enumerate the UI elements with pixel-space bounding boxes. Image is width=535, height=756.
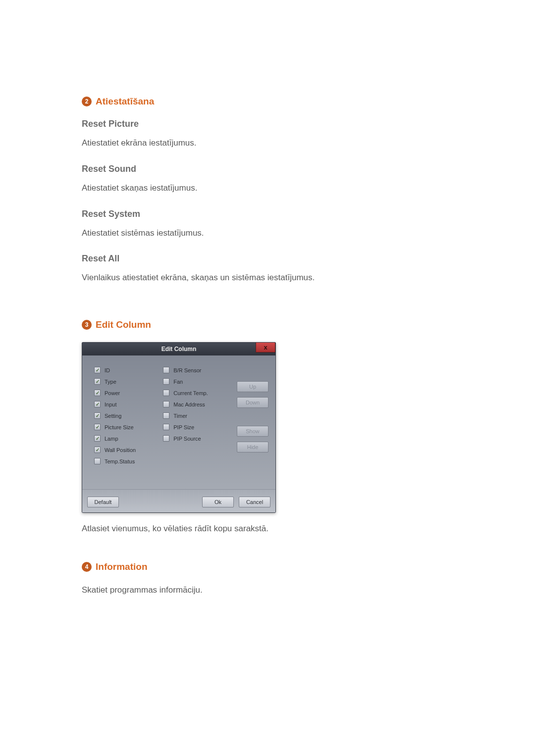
- reset-system-heading: Reset System: [82, 209, 468, 219]
- checkbox-icon[interactable]: [94, 412, 101, 419]
- section-4-title: Information: [96, 561, 148, 572]
- section-2-title: Atiestatīšana: [96, 96, 154, 107]
- check-type[interactable]: Type: [94, 376, 158, 387]
- down-button[interactable]: Down: [237, 397, 268, 408]
- checkbox-icon[interactable]: [163, 412, 169, 419]
- dialog-title: Edit Column: [161, 346, 197, 353]
- checkbox-icon[interactable]: [94, 390, 101, 396]
- reset-system-text: Atiestatiet sistēmas iestatījumus.: [82, 227, 468, 239]
- check-label: B/R Sensor: [173, 367, 201, 373]
- edit-column-caption: Atlasiet vienumus, ko vēlaties rādīt kop…: [82, 523, 468, 535]
- reset-picture-text: Atiestatiet ekrāna iestatījumus.: [82, 137, 468, 149]
- show-button[interactable]: Show: [237, 426, 268, 437]
- badge-2-icon: 2: [82, 97, 92, 106]
- up-button[interactable]: Up: [237, 381, 268, 392]
- checkbox-icon[interactable]: [94, 367, 101, 373]
- check-label: Setting: [105, 413, 121, 419]
- check-label: Power: [105, 390, 120, 396]
- check-label: Mac Address: [173, 402, 205, 407]
- check-setting[interactable]: Setting: [94, 410, 158, 421]
- check-label: Fan: [173, 379, 183, 385]
- check-label: Temp.Status: [105, 458, 135, 464]
- reset-sound-heading: Reset Sound: [82, 164, 468, 174]
- check-current-temp[interactable]: Current Temp.: [163, 387, 227, 399]
- reset-picture-heading: Reset Picture: [82, 119, 468, 129]
- checkbox-icon[interactable]: [163, 378, 169, 385]
- reset-all-text: Vienlaikus atiestatiet ekrāna, skaņas un…: [82, 272, 468, 284]
- checkbox-icon[interactable]: [94, 378, 101, 385]
- checkbox-icon[interactable]: [163, 401, 169, 407]
- close-button[interactable]: x: [256, 343, 275, 353]
- checkbox-icon[interactable]: [163, 390, 169, 396]
- check-lamp[interactable]: Lamp: [94, 433, 158, 444]
- default-button[interactable]: Default: [87, 497, 119, 507]
- check-label: PIP Size: [173, 424, 194, 430]
- check-label: ID: [105, 367, 110, 373]
- check-id[interactable]: ID: [94, 364, 158, 376]
- check-label: Input: [105, 402, 116, 407]
- check-br-sensor[interactable]: B/R Sensor: [163, 364, 227, 376]
- checkbox-icon[interactable]: [163, 367, 169, 373]
- check-picture-size[interactable]: Picture Size: [94, 421, 158, 433]
- dialog-titlebar: Edit Column x: [82, 343, 275, 355]
- check-label: PIP Source: [173, 436, 201, 442]
- dialog-footer: Default Ok Cancel: [82, 489, 275, 512]
- information-text: Skatiet programmas informāciju.: [82, 584, 468, 596]
- section-2-heading: 2 Atiestatīšana: [82, 96, 468, 107]
- check-wall-position[interactable]: Wall Position: [94, 444, 158, 455]
- check-power[interactable]: Power: [94, 387, 158, 399]
- reset-all-heading: Reset All: [82, 253, 468, 264]
- check-fan[interactable]: Fan: [163, 376, 227, 387]
- column-right: Up Down Show Hide: [227, 364, 269, 483]
- ok-button[interactable]: Ok: [202, 497, 234, 507]
- check-pip-size[interactable]: PIP Size: [163, 421, 227, 433]
- check-label: Picture Size: [105, 424, 134, 430]
- checkbox-icon[interactable]: [94, 401, 101, 407]
- check-timer[interactable]: Timer: [163, 410, 227, 421]
- check-temp-status[interactable]: Temp.Status: [94, 455, 158, 467]
- section-3-heading: 3 Edit Column: [82, 319, 468, 330]
- cancel-button[interactable]: Cancel: [239, 497, 270, 507]
- check-label: Wall Position: [105, 447, 136, 453]
- edit-column-dialog: Edit Column x ID Type Power: [82, 342, 276, 513]
- column-middle: B/R Sensor Fan Current Temp. Mac Address: [158, 364, 227, 483]
- check-pip-source[interactable]: PIP Source: [163, 433, 227, 444]
- badge-3-icon: 3: [82, 320, 92, 330]
- checkbox-icon[interactable]: [94, 424, 101, 430]
- checkbox-icon[interactable]: [94, 447, 101, 453]
- section-3-title: Edit Column: [96, 319, 151, 330]
- section-4-heading: 4 Information: [82, 561, 468, 572]
- checkbox-icon[interactable]: [163, 435, 169, 442]
- check-mac-address[interactable]: Mac Address: [163, 399, 227, 410]
- column-left: ID Type Power Input: [89, 364, 158, 483]
- checkbox-icon[interactable]: [163, 424, 169, 430]
- check-label: Type: [105, 379, 116, 385]
- check-input[interactable]: Input: [94, 399, 158, 410]
- reset-sound-text: Atiestatiet skaņas iestatījumus.: [82, 182, 468, 194]
- badge-4-icon: 4: [82, 562, 92, 572]
- check-label: Current Temp.: [173, 390, 208, 396]
- hide-button[interactable]: Hide: [237, 442, 268, 453]
- check-label: Lamp: [105, 436, 118, 442]
- checkbox-icon[interactable]: [94, 435, 101, 442]
- check-label: Timer: [173, 413, 187, 419]
- checkbox-icon[interactable]: [94, 458, 101, 464]
